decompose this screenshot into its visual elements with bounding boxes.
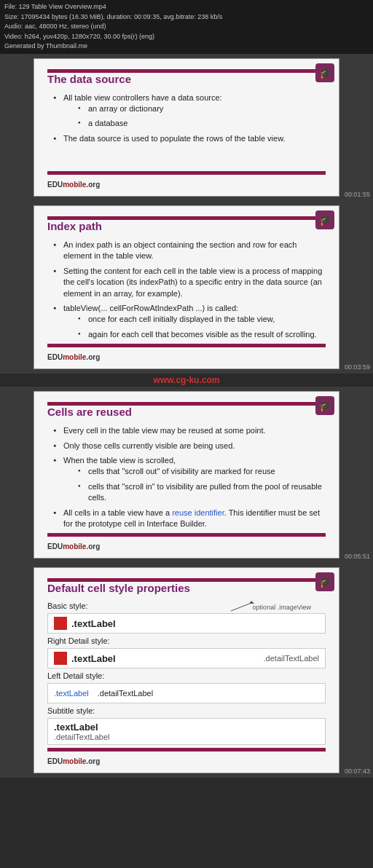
basic-red-square <box>54 617 67 630</box>
right-detail-label: Right Detail style: <box>47 636 326 645</box>
meta-size: Size: 17095434 bytes (16.30 MiB), durati… <box>4 12 369 23</box>
optional-text: optional .imageView <box>253 604 311 611</box>
slide1-bullet1: All table view controllers have a data s… <box>53 92 326 130</box>
slide2-icon: 🎓 <box>315 210 334 229</box>
slide2-bullet3: tableView(... cellForRowAtIndexPath ...)… <box>53 303 326 340</box>
left-detail-box: .textLabel .detailTextLabel <box>47 683 326 703</box>
left-detail-detail-label: .detailTextLabel <box>98 689 153 698</box>
right-detail-section: Right Detail style: .textLabel .detailTe… <box>47 636 326 668</box>
watermark: www.cg-ku.com <box>0 374 373 387</box>
slide1-bottom-bar <box>47 171 326 175</box>
slide1-bullets: All table view controllers have a data s… <box>47 92 326 145</box>
slide4-bottom-bar <box>47 748 326 751</box>
slide1-sub1: an array or dictionary a database <box>63 103 326 130</box>
subtitle-text-label: .textLabel <box>54 722 319 733</box>
slide1-sub1-item1: an array or dictionary <box>78 103 326 114</box>
subtitle-detail-label: .detailTextLabel <box>54 733 319 741</box>
slide3-sub1-item2: cells that "scroll in" to visibility are… <box>78 481 326 504</box>
slide4-icon: 🎓 <box>315 572 334 591</box>
right-detail-text-label: .textLabel <box>71 653 116 664</box>
slide1-sub1-item2: a database <box>78 118 326 129</box>
slide3-bullet1: Every cell in the table view may be reus… <box>53 425 326 436</box>
left-detail-label: Left Detail style: <box>47 671 326 680</box>
slide3-bullets: Every cell in the table view may be reus… <box>47 425 326 529</box>
slide3-icon: 🎓 <box>315 396 334 415</box>
slide2-sub1: once for each cell initially displayed i… <box>63 314 326 340</box>
slide1-icon: 🎓 <box>315 63 334 82</box>
slide1-container: 🎓 The data source All table view control… <box>0 54 373 202</box>
left-detail-section: Left Detail style: .textLabel .detailTex… <box>47 671 326 703</box>
slide1-title: The data source <box>47 73 326 85</box>
svg-line-0 <box>231 603 251 611</box>
basic-style-section: Basic style: optional .imageView .textLa… <box>47 601 326 634</box>
meta-filename: File: 129 Table View Overview.mp4 <box>4 2 369 12</box>
slide2-container: 🎓 Index path An index path is an object … <box>0 201 373 374</box>
optional-label: optional .imageView <box>231 600 311 615</box>
slide1-timestamp: 00:01:55 <box>345 191 370 198</box>
right-detail-box: .textLabel .detailTextLabel <box>47 648 326 668</box>
slide1: 🎓 The data source All table view control… <box>34 58 339 197</box>
slide2-timestamp: 00:03:59 <box>345 363 370 371</box>
slide2: 🎓 Index path An index path is an object … <box>34 205 339 369</box>
slide2-bullet1: An index path is an object containing th… <box>53 240 326 262</box>
slide3-sub1: cells that "scroll out" of visibility ar… <box>63 466 326 503</box>
meta-bar: File: 129 Table View Overview.mp4 Size: … <box>0 0 373 54</box>
slide3-bullet2: Only those cells currently visible are b… <box>53 441 326 451</box>
slide3-bullet4: All cells in a table view have a reuse i… <box>53 508 326 530</box>
subtitle-label: Subtitle style: <box>47 706 326 715</box>
meta-video: Video: h264, yuv420p, 1280x720, 30.00 fp… <box>4 32 369 42</box>
slide2-bottom-bar <box>47 344 326 347</box>
slide2-bullets: An index path is an object containing th… <box>47 240 326 340</box>
slide3-timestamp: 00:05:51 <box>345 553 370 560</box>
subtitle-box: .textLabel .detailTextLabel <box>47 718 326 745</box>
slide2-sub1-item1: once for each cell initially displayed i… <box>78 314 326 325</box>
slide4: 🎓 Default cell style properties Basic st… <box>34 567 339 773</box>
right-detail-detail-label: .detailTextLabel <box>264 654 319 663</box>
slide1-footer: EDUmobile.org <box>47 181 326 189</box>
slide3-title: Cells are reused <box>47 406 326 418</box>
slide3-container: 🎓 Cells are reused Every cell in the tab… <box>0 387 373 563</box>
slide1-bullet2: The data source is used to populate the … <box>53 133 326 144</box>
slide3-bullet3: When the table view is scrolled, cells t… <box>53 455 326 504</box>
arrow-svg <box>231 600 253 615</box>
slide2-footer: EDUmobile.org <box>47 353 326 361</box>
watermark-text: www.cg-ku.com <box>154 375 220 385</box>
basic-text-label: .textLabel <box>71 618 116 629</box>
reuse-identifier-link[interactable]: reuse identifier <box>172 508 224 517</box>
slide2-title: Index path <box>47 220 326 232</box>
slide2-bullet2: Setting the content for each cell in the… <box>53 266 326 299</box>
subtitle-section: Subtitle style: .textLabel .detailTextLa… <box>47 706 326 745</box>
slide3-sub1-item1: cells that "scroll out" of visibility ar… <box>78 466 326 477</box>
basic-style-box: .textLabel <box>47 613 326 634</box>
right-detail-red-square <box>54 652 67 665</box>
slide4-timestamp: 00:07:43 <box>345 768 370 775</box>
slide3-bottom-bar <box>47 533 326 537</box>
slide4-footer: EDUmobile.org <box>47 757 326 765</box>
left-detail-text-label: .textLabel <box>54 689 89 698</box>
meta-generated: Generated by Thumbnail.me <box>4 42 369 52</box>
slide4-container: 🎓 Default cell style properties Basic st… <box>0 563 373 778</box>
slide3: 🎓 Cells are reused Every cell in the tab… <box>34 391 339 559</box>
meta-audio: Audio: aac, 48000 Hz, stereo (und) <box>4 22 369 32</box>
slide3-footer: EDUmobile.org <box>47 542 326 551</box>
slide2-sub1-item2: again for each cell that becomes visible… <box>78 329 326 340</box>
slide4-title: Default cell style properties <box>47 582 326 594</box>
